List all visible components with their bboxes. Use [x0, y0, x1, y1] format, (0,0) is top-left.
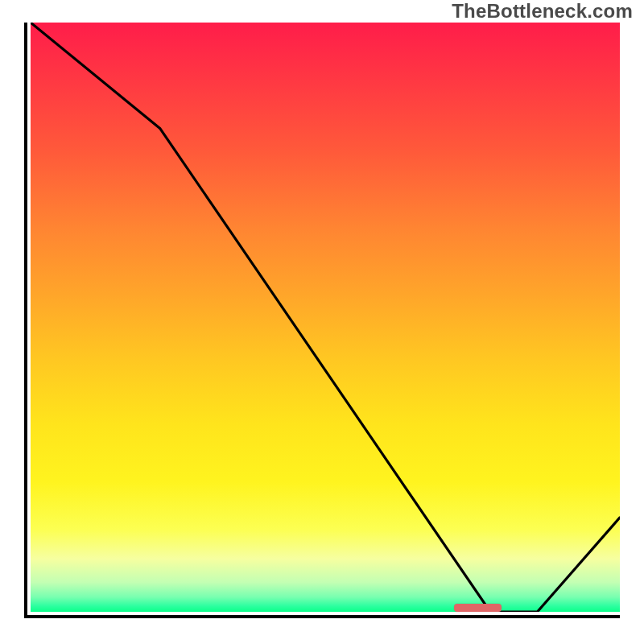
chart-container: TheBottleneck.com: [0, 0, 644, 644]
watermark-text: TheBottleneck.com: [452, 0, 633, 23]
optimal-range-marker: [454, 604, 502, 612]
plot-area: [24, 23, 620, 618]
line-series: [31, 23, 620, 612]
